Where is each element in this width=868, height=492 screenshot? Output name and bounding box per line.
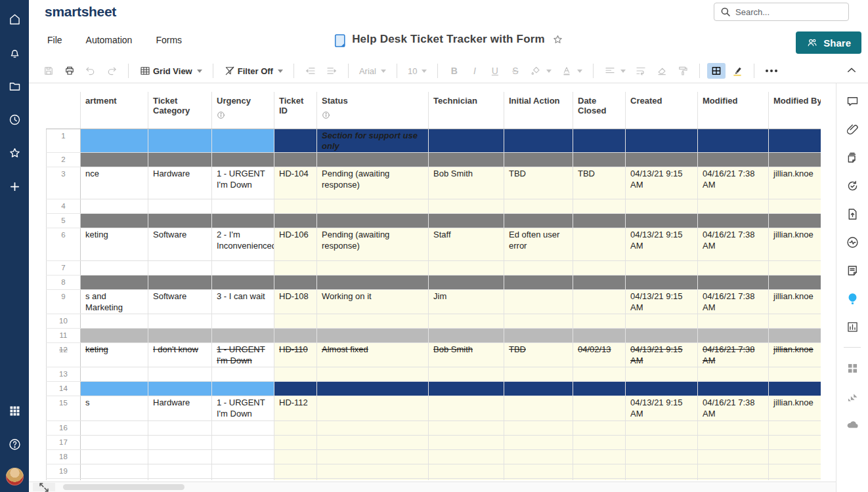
grid-cell[interactable] [626,199,698,214]
grid-cell[interactable]: HD-112 [274,396,317,420]
grid-cell[interactable] [769,420,821,435]
grid-cell[interactable] [429,435,504,449]
grid-cell[interactable] [504,129,573,153]
column-header-modified-by[interactable]: Modified By [769,92,821,129]
row-number[interactable]: 9 [47,290,81,314]
grid-cell[interactable] [317,449,429,464]
row-number[interactable]: 15 [47,396,81,420]
grid-cell[interactable]: 04/13/21 9:15 AM [626,343,698,367]
connections-button[interactable] [843,359,861,377]
grid-cell[interactable] [698,478,769,480]
font-family-select[interactable]: Arial [356,64,389,78]
grid-cell[interactable] [769,314,821,329]
grid-cell[interactable] [698,420,769,435]
grid-cell[interactable] [626,261,698,276]
grid-cell[interactable] [573,276,626,290]
row-number[interactable]: 7 [47,261,81,276]
grid-cell[interactable] [698,329,769,343]
grid-cell[interactable] [698,381,769,396]
grid-cell[interactable] [429,464,504,478]
grid-cell[interactable]: 04/16/21 7:38 AM [698,167,769,199]
grid-cell[interactable]: 2 - I'm Inconvenienced [212,228,274,261]
grid-cell[interactable] [698,435,769,449]
grid-cell[interactable] [274,464,317,478]
grid-cell[interactable] [148,153,212,167]
grid-cell[interactable] [81,276,148,290]
grid-cell[interactable] [504,435,573,449]
grid-cell[interactable] [212,464,274,478]
grid-cell[interactable]: Hardware [148,167,212,199]
grid-cell[interactable] [429,314,504,329]
grid-cell[interactable]: 04/16/21 7:38 AM [698,396,769,420]
grid-cell[interactable] [81,420,148,435]
grid-cell[interactable]: HD-104 [274,167,317,199]
grid-cell[interactable] [81,329,148,343]
grid-cell[interactable] [81,478,148,480]
grid-cell[interactable] [274,314,317,329]
grid-cell[interactable] [626,367,698,381]
grid-cell[interactable] [626,435,698,449]
grid-cell[interactable]: HD-108 [274,290,317,314]
filter-button[interactable]: Filter Off [221,63,286,79]
outdent-button[interactable] [301,63,320,79]
grid-cell[interactable] [769,214,821,228]
grid-cell[interactable]: 1 - URGENT I'm Down [212,396,274,420]
grid-cell[interactable]: s and Marketing [81,290,148,314]
italic-button[interactable]: I [466,64,483,78]
grid-cell[interactable] [573,449,626,464]
grid-cell[interactable] [504,261,573,276]
grid-cell[interactable] [698,276,769,290]
grid-cell[interactable] [148,449,212,464]
grid-cell[interactable] [274,214,317,228]
favorite-star-button[interactable] [552,33,563,45]
row-number[interactable]: 4 [47,199,81,214]
wrap-text-button[interactable] [632,63,650,79]
column-header-ticket-id[interactable]: Ticket ID [274,92,317,129]
grid-cell[interactable]: keting [81,343,148,367]
grid-cell[interactable] [148,367,212,381]
grid-cell[interactable] [698,367,769,381]
grid-cell[interactable] [148,199,212,214]
grid-cell[interactable]: s [81,396,148,420]
grid-cell[interactable] [573,153,626,167]
grid-cell[interactable] [274,420,317,435]
grid-cell[interactable] [212,276,274,290]
grid-cell[interactable] [626,276,698,290]
sheet-summary-button[interactable] [843,261,861,279]
grid-cell[interactable] [81,129,148,153]
highlight-changes-button[interactable] [728,63,747,79]
smartsheet-logo[interactable]: smartsheet [45,4,116,20]
grid-cell[interactable] [769,153,821,167]
grid-cell[interactable] [573,435,626,449]
format-painter-button[interactable] [674,63,692,79]
grid-cell[interactable]: Hardware [148,396,212,420]
column-header-modified[interactable]: Modified [698,92,769,129]
grid-cell[interactable] [626,478,698,480]
grid-cell[interactable] [698,153,769,167]
grid-cell[interactable] [626,214,698,228]
charts-button[interactable] [843,318,861,336]
grid-cell[interactable] [148,314,212,329]
grid-cell[interactable] [698,129,769,153]
horizontal-scrollbar-thumb[interactable] [63,484,184,490]
activity-log-button[interactable] [843,233,861,251]
column-header-technician[interactable]: Technician [429,92,504,129]
column-header-created[interactable]: Created [626,92,698,129]
more-options-button[interactable] [762,67,781,75]
publish-button[interactable] [843,205,861,223]
column-header-artment[interactable]: artment [81,92,148,129]
grid-cell[interactable] [504,314,573,329]
grid-cell[interactable] [429,367,504,381]
grid-cell[interactable]: nce [81,167,148,199]
strikethrough-button[interactable]: S [506,64,524,78]
row-number[interactable]: 1 [47,129,81,153]
grid-cell[interactable] [81,153,148,167]
share-button[interactable]: Share [796,31,861,54]
grid-cell[interactable] [274,153,317,167]
grid-cell[interactable] [212,449,274,464]
redo-button[interactable] [102,63,121,79]
indent-button[interactable] [322,63,341,79]
grid-cell[interactable] [573,199,626,214]
grid-cell[interactable] [769,199,821,214]
grid-cell[interactable] [504,153,573,167]
